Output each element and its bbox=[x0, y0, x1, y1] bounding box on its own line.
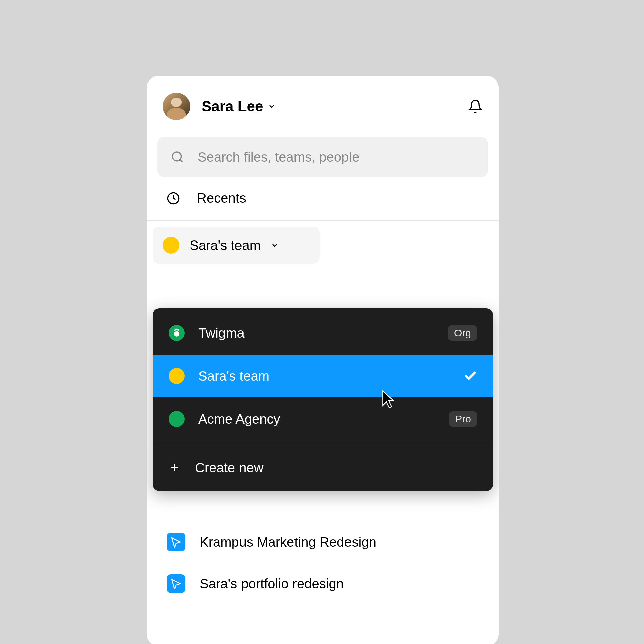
recents-nav[interactable]: Recents bbox=[147, 177, 499, 221]
file-list: Krampus Marketing Redesign Sara's portfo… bbox=[147, 521, 499, 604]
team-selector[interactable]: Sara's team bbox=[153, 227, 320, 264]
search-input[interactable] bbox=[198, 150, 475, 165]
chevron-down-icon bbox=[268, 102, 276, 110]
clock-icon bbox=[167, 192, 180, 205]
plus-icon bbox=[169, 462, 181, 474]
plan-badge: Org bbox=[448, 325, 477, 341]
team-color-dot bbox=[163, 237, 179, 254]
team-color-dot bbox=[169, 411, 185, 427]
file-name: Sara's portfolio redesign bbox=[200, 576, 344, 591]
dropdown-item-twigma[interactable]: Twigma Org bbox=[153, 312, 493, 355]
user-dropdown[interactable]: Sara Lee bbox=[202, 98, 276, 115]
svg-line-1 bbox=[180, 160, 182, 162]
file-item[interactable]: Sara's portfolio redesign bbox=[147, 563, 499, 604]
create-new-label: Create new bbox=[195, 460, 264, 475]
team-name: Sara's team bbox=[190, 238, 261, 253]
dropdown-item-label: Sara's team bbox=[198, 369, 450, 384]
dropdown-item-label: Twigma bbox=[198, 326, 435, 341]
header: Sara Lee bbox=[147, 76, 499, 130]
check-icon bbox=[464, 369, 477, 383]
bell-icon[interactable] bbox=[468, 99, 483, 114]
team-dropdown: Twigma Org Sara's team Acme Agency Pro C… bbox=[153, 308, 493, 491]
design-file-icon bbox=[167, 533, 185, 551]
org-avatar-icon bbox=[169, 325, 185, 341]
file-item[interactable]: Krampus Marketing Redesign bbox=[147, 521, 499, 563]
search-bar[interactable] bbox=[157, 137, 488, 177]
dropdown-item-saras-team[interactable]: Sara's team bbox=[153, 355, 493, 397]
sidebar-panel: Sara Lee Recents Sara's team bbox=[147, 76, 499, 644]
chevron-down-icon bbox=[271, 241, 279, 249]
dropdown-item-label: Acme Agency bbox=[198, 412, 436, 427]
svg-point-0 bbox=[172, 152, 181, 161]
team-color-dot bbox=[169, 368, 185, 384]
recents-label: Recents bbox=[197, 191, 246, 206]
file-name: Krampus Marketing Redesign bbox=[200, 535, 376, 550]
create-new[interactable]: Create new bbox=[153, 444, 493, 491]
avatar[interactable] bbox=[163, 93, 190, 120]
search-icon bbox=[171, 150, 184, 164]
plan-badge: Pro bbox=[449, 411, 477, 427]
user-name: Sara Lee bbox=[202, 98, 263, 115]
dropdown-item-acme[interactable]: Acme Agency Pro bbox=[153, 397, 493, 440]
design-file-icon bbox=[167, 574, 185, 593]
